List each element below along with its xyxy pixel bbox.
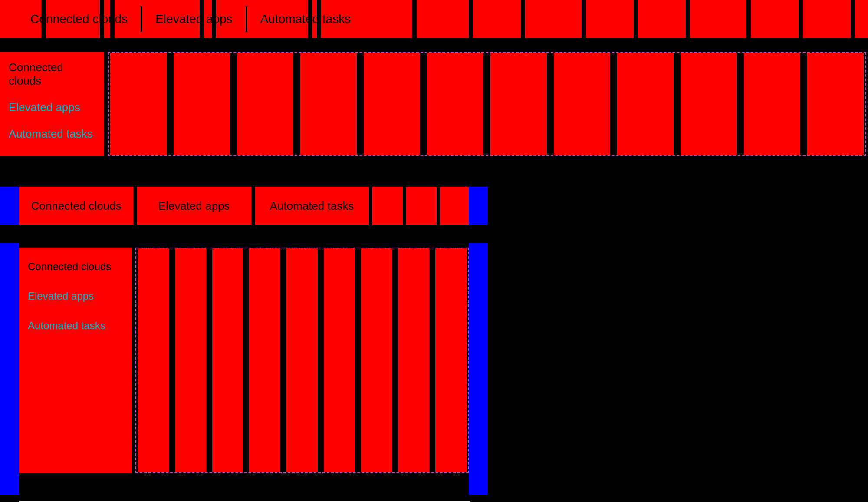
s4-col-9 xyxy=(435,248,467,472)
section2-menu-panel: Connected clouds Elevated apps Automated… xyxy=(0,52,104,156)
col-gap-4 xyxy=(358,53,362,155)
tab2-elevated-apps[interactable]: Elevated apps xyxy=(137,187,251,225)
section2-content-area xyxy=(108,52,866,156)
s4-col-5 xyxy=(286,248,318,472)
s4-gap-3 xyxy=(244,248,248,472)
content-col-7 xyxy=(490,53,547,155)
s4-gap-8 xyxy=(431,248,434,472)
tab2-automated-tasks[interactable]: Automated tasks xyxy=(255,187,369,225)
content-col-11 xyxy=(744,53,800,155)
col-gap-2 xyxy=(232,53,235,155)
section4-blue-left xyxy=(0,243,19,495)
content-col-9 xyxy=(617,53,674,155)
tab-automated-tasks[interactable]: Automated tasks xyxy=(252,0,360,38)
section4-menu-automated-tasks[interactable]: Automated tasks xyxy=(28,320,123,332)
col-gap-11 xyxy=(802,53,806,155)
content-col-6 xyxy=(427,53,483,155)
s4-col-1 xyxy=(138,248,169,472)
gap-2 xyxy=(0,165,868,187)
s4-gap-1 xyxy=(170,248,174,472)
tab2-sep-2 xyxy=(251,187,255,225)
section4-menu-elevated-apps[interactable]: Elevated apps xyxy=(28,290,123,302)
s4-col-3 xyxy=(212,248,243,472)
col-gap-6 xyxy=(485,53,489,155)
s4-col-8 xyxy=(398,248,429,472)
content-col-10 xyxy=(681,53,737,155)
col-gap-3 xyxy=(295,53,299,155)
s4-gap-7 xyxy=(393,248,397,472)
section4-menu-panel: Connected clouds Elevated apps Automated… xyxy=(19,248,132,473)
content-col-3 xyxy=(237,53,293,155)
menu-item-elevated-apps[interactable]: Elevated apps xyxy=(9,101,95,114)
menu-item-automated-tasks[interactable]: Automated tasks xyxy=(9,127,95,141)
content-col-1 xyxy=(110,53,167,155)
content-col-2 xyxy=(174,53,230,155)
col-gap-10 xyxy=(739,53,742,155)
tab2-sep-1 xyxy=(133,187,137,225)
section4-menu-connected-clouds[interactable]: Connected clouds xyxy=(28,261,123,273)
s4-gap-4 xyxy=(282,248,285,472)
section3-blue-right-indicator xyxy=(469,187,488,225)
top-tabs-bar: Connected clouds Elevated apps Automated… xyxy=(0,0,868,38)
tab-separator-1 xyxy=(141,6,142,32)
tab-elevated-apps[interactable]: Elevated apps xyxy=(147,0,241,38)
tab2-connected-clouds[interactable]: Connected clouds xyxy=(19,187,133,225)
content-col-12 xyxy=(807,53,864,155)
menu-item-connected-clouds[interactable]: Connected clouds xyxy=(9,61,95,88)
content-col-5 xyxy=(364,53,420,155)
gap-1 xyxy=(0,38,868,43)
col-gap-9 xyxy=(675,53,679,155)
s4-col-2 xyxy=(175,248,206,472)
section3-tabs-bar: Connected clouds Elevated apps Automated… xyxy=(19,187,470,225)
section4-blue-right xyxy=(469,243,488,495)
col-gap-8 xyxy=(612,53,615,155)
s4-gap-5 xyxy=(319,248,322,472)
section4-content-area xyxy=(135,248,469,473)
col-gap-1 xyxy=(168,53,172,155)
content-col-8 xyxy=(554,53,610,155)
s4-gap-2 xyxy=(207,248,211,472)
tab-connected-clouds[interactable]: Connected clouds xyxy=(22,0,136,38)
col-gap-5 xyxy=(422,53,425,155)
tab-separator-2 xyxy=(246,6,247,32)
s4-col-6 xyxy=(324,248,355,472)
gap-3 xyxy=(0,225,868,243)
col-gap-7 xyxy=(549,53,552,155)
s4-gap-6 xyxy=(356,248,360,472)
s4-col-7 xyxy=(361,248,392,472)
content-col-4 xyxy=(300,53,357,155)
s4-col-4 xyxy=(249,248,280,472)
section3-blue-left-indicator xyxy=(0,187,19,225)
section2-dropdown: Connected clouds Elevated apps Automated… xyxy=(0,43,868,165)
